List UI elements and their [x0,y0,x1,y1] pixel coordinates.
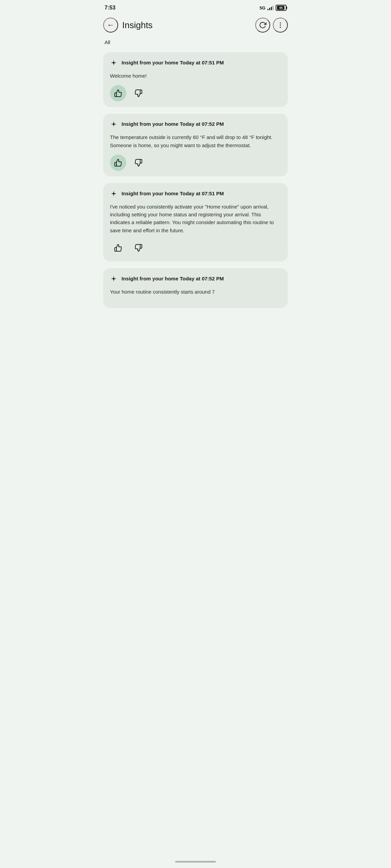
network-label: 5G [260,5,265,11]
thumbs-down-button-3[interactable] [130,240,147,256]
insight-title-2: Insight from your home Today at 07:52 PM [122,120,224,127]
svg-point-0 [280,22,281,23]
insight-header-1: Insight from your home Today at 07:51 PM [110,59,281,68]
sparkle-icon-4 [110,275,117,284]
insight-title-1: Insight from your home Today at 07:51 PM [122,59,224,66]
signal-bar-1 [267,9,268,10]
filter-bar: All [98,38,293,51]
refresh-icon [259,21,266,29]
status-bar: 7:53 5G 95 [98,0,293,14]
status-time: 7:53 [105,5,115,11]
sparkle-icon-1 [110,59,117,68]
insight-body-4: Your home routine consistently starts ar… [110,288,281,296]
thumbs-up-icon-1 [114,89,122,97]
feedback-row-2 [110,155,281,171]
status-icons: 5G 95 [260,5,286,11]
app-header: ← Insights [98,14,293,38]
battery-icon: 95 [276,5,286,11]
insight-header-2: Insight from your home Today at 07:52 PM [110,120,281,130]
insight-card-2: Insight from your home Today at 07:52 PM… [103,114,288,176]
thumbs-up-icon-3 [114,244,122,252]
thumbs-up-button-2[interactable] [110,155,126,171]
insight-header-3: Insight from your home Today at 07:51 PM [110,190,281,199]
signal-bar-2 [269,8,270,10]
insight-title-4: Insight from your home Today at 07:52 PM [122,275,224,282]
more-options-button[interactable] [273,18,288,33]
thumbs-down-icon-3 [134,244,143,252]
signal-bars [267,5,274,10]
thumbs-down-button-2[interactable] [130,155,147,171]
insight-card-3: Insight from your home Today at 07:51 PM… [103,183,288,261]
insight-card-1: Insight from your home Today at 07:51 PM… [103,52,288,107]
svg-point-1 [280,24,281,25]
signal-bar-4 [273,6,274,10]
filter-all-label[interactable]: All [105,39,110,45]
thumbs-down-icon-1 [134,89,143,97]
insight-title-3: Insight from your home Today at 07:51 PM [122,190,224,197]
battery-tip [286,6,287,9]
insight-body-3: I've noticed you consistently activate y… [110,203,281,234]
sparkle-icon-3 [110,190,117,199]
page-title: Insights [122,20,153,31]
insight-body-1: Welcome home! [110,72,281,80]
thumbs-up-button-1[interactable] [110,85,126,101]
insight-header-4: Insight from your home Today at 07:52 PM [110,275,281,284]
back-arrow-icon: ← [107,21,114,29]
thumbs-up-icon-2 [114,159,122,167]
refresh-button[interactable] [255,18,270,33]
insight-card-4: Insight from your home Today at 07:52 PM… [103,268,288,308]
signal-bar-3 [271,7,272,10]
header-actions [255,18,288,33]
sparkle-icon-2 [110,121,117,130]
header-left: ← Insights [103,18,153,33]
insight-body-2: The temperature outside is currently 60 … [110,133,281,149]
feedback-row-1 [110,85,281,101]
feedback-row-3 [110,240,281,256]
thumbs-down-button-1[interactable] [130,85,147,101]
thumbs-up-button-3[interactable] [110,240,126,256]
svg-point-2 [280,27,281,28]
back-button[interactable]: ← [103,18,118,33]
thumbs-down-icon-2 [134,159,143,167]
insights-list: Insight from your home Today at 07:51 PM… [98,51,293,313]
more-icon [277,21,284,29]
battery-text: 95 [279,6,283,9]
